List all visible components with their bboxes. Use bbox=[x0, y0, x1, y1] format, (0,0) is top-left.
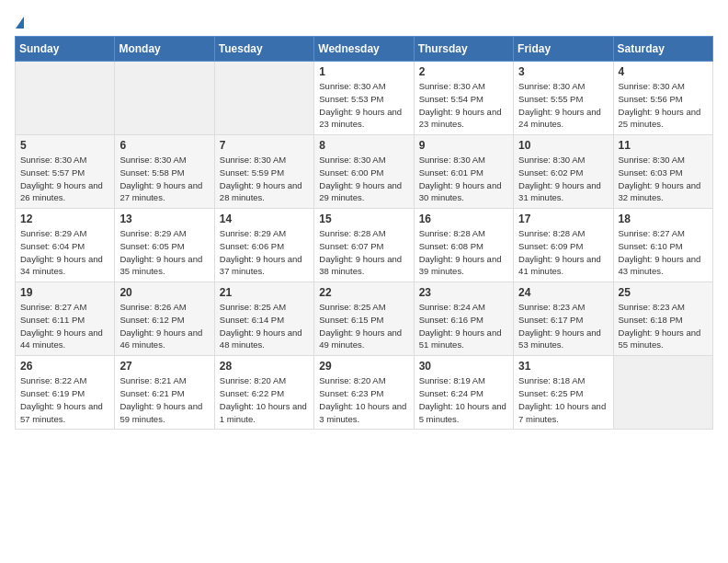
calendar-cell: 17Sunrise: 8:28 AM Sunset: 6:09 PM Dayli… bbox=[514, 209, 613, 282]
day-number: 11 bbox=[619, 139, 708, 152]
day-info: Sunrise: 8:29 AM Sunset: 6:06 PM Dayligh… bbox=[220, 227, 309, 278]
day-number: 17 bbox=[518, 213, 608, 225]
calendar-header-row: SundayMondayTuesdayWednesdayThursdayFrid… bbox=[16, 37, 713, 62]
day-number: 12 bbox=[20, 213, 109, 225]
day-info: Sunrise: 8:28 AM Sunset: 6:07 PM Dayligh… bbox=[319, 227, 408, 278]
day-number: 26 bbox=[20, 360, 109, 373]
calendar-header-saturday: Saturday bbox=[613, 37, 712, 62]
calendar-cell: 2Sunrise: 8:30 AM Sunset: 5:54 PM Daylig… bbox=[414, 62, 513, 135]
calendar-cell bbox=[115, 62, 214, 135]
calendar-cell: 30Sunrise: 8:19 AM Sunset: 6:24 PM Dayli… bbox=[414, 356, 513, 430]
calendar-cell: 19Sunrise: 8:27 AM Sunset: 6:11 PM Dayli… bbox=[16, 282, 115, 356]
day-info: Sunrise: 8:28 AM Sunset: 6:09 PM Dayligh… bbox=[518, 227, 608, 278]
day-info: Sunrise: 8:30 AM Sunset: 5:58 PM Dayligh… bbox=[119, 154, 209, 204]
day-info: Sunrise: 8:30 AM Sunset: 6:02 PM Dayligh… bbox=[518, 154, 608, 204]
day-number: 3 bbox=[518, 65, 608, 78]
calendar-header-thursday: Thursday bbox=[414, 37, 513, 62]
calendar-cell: 12Sunrise: 8:29 AM Sunset: 6:04 PM Dayli… bbox=[16, 209, 115, 282]
day-number: 18 bbox=[619, 213, 708, 225]
calendar-header-wednesday: Wednesday bbox=[314, 37, 414, 62]
day-number: 6 bbox=[119, 139, 209, 152]
calendar-cell: 13Sunrise: 8:29 AM Sunset: 6:05 PM Dayli… bbox=[115, 209, 214, 282]
calendar-cell: 3Sunrise: 8:30 AM Sunset: 5:55 PM Daylig… bbox=[514, 62, 613, 135]
calendar-cell: 28Sunrise: 8:20 AM Sunset: 6:22 PM Dayli… bbox=[214, 356, 313, 430]
calendar-cell: 23Sunrise: 8:24 AM Sunset: 6:16 PM Dayli… bbox=[414, 282, 513, 356]
day-number: 31 bbox=[518, 360, 608, 373]
calendar-header-sunday: Sunday bbox=[16, 37, 115, 62]
logo-triangle-icon bbox=[16, 17, 24, 29]
calendar-week-row: 1Sunrise: 8:30 AM Sunset: 5:53 PM Daylig… bbox=[16, 62, 713, 135]
calendar-week-row: 12Sunrise: 8:29 AM Sunset: 6:04 PM Dayli… bbox=[16, 209, 713, 282]
day-number: 19 bbox=[20, 286, 109, 299]
calendar-cell: 14Sunrise: 8:29 AM Sunset: 6:06 PM Dayli… bbox=[214, 209, 313, 282]
day-info: Sunrise: 8:29 AM Sunset: 6:05 PM Dayligh… bbox=[119, 227, 209, 278]
calendar-cell: 15Sunrise: 8:28 AM Sunset: 6:07 PM Dayli… bbox=[314, 209, 414, 282]
calendar-week-row: 26Sunrise: 8:22 AM Sunset: 6:19 PM Dayli… bbox=[16, 356, 713, 430]
day-info: Sunrise: 8:25 AM Sunset: 6:14 PM Dayligh… bbox=[220, 301, 309, 351]
day-number: 29 bbox=[319, 360, 408, 373]
day-number: 15 bbox=[319, 213, 408, 225]
calendar-cell: 6Sunrise: 8:30 AM Sunset: 5:58 PM Daylig… bbox=[115, 135, 214, 209]
day-info: Sunrise: 8:30 AM Sunset: 6:00 PM Dayligh… bbox=[319, 154, 408, 204]
calendar-cell: 11Sunrise: 8:30 AM Sunset: 6:03 PM Dayli… bbox=[613, 135, 712, 209]
day-info: Sunrise: 8:23 AM Sunset: 6:18 PM Dayligh… bbox=[619, 301, 708, 351]
day-number: 22 bbox=[319, 286, 408, 299]
calendar-cell: 10Sunrise: 8:30 AM Sunset: 6:02 PM Dayli… bbox=[514, 135, 613, 209]
day-info: Sunrise: 8:27 AM Sunset: 6:10 PM Dayligh… bbox=[619, 227, 708, 278]
day-info: Sunrise: 8:23 AM Sunset: 6:17 PM Dayligh… bbox=[518, 301, 608, 351]
day-number: 5 bbox=[20, 139, 109, 152]
calendar-cell: 24Sunrise: 8:23 AM Sunset: 6:17 PM Dayli… bbox=[514, 282, 613, 356]
day-number: 2 bbox=[419, 65, 508, 78]
day-info: Sunrise: 8:27 AM Sunset: 6:11 PM Dayligh… bbox=[20, 301, 109, 351]
day-info: Sunrise: 8:20 AM Sunset: 6:23 PM Dayligh… bbox=[319, 374, 408, 425]
day-info: Sunrise: 8:30 AM Sunset: 5:53 PM Dayligh… bbox=[319, 80, 408, 131]
calendar-cell: 4Sunrise: 8:30 AM Sunset: 5:56 PM Daylig… bbox=[613, 62, 712, 135]
calendar-cell: 26Sunrise: 8:22 AM Sunset: 6:19 PM Dayli… bbox=[16, 356, 115, 430]
day-number: 28 bbox=[220, 360, 309, 373]
calendar-cell: 31Sunrise: 8:18 AM Sunset: 6:25 PM Dayli… bbox=[514, 356, 613, 430]
calendar-week-row: 19Sunrise: 8:27 AM Sunset: 6:11 PM Dayli… bbox=[16, 282, 713, 356]
day-info: Sunrise: 8:18 AM Sunset: 6:25 PM Dayligh… bbox=[518, 374, 608, 425]
day-info: Sunrise: 8:19 AM Sunset: 6:24 PM Dayligh… bbox=[419, 374, 508, 425]
calendar-table: SundayMondayTuesdayWednesdayThursdayFrid… bbox=[15, 36, 713, 430]
calendar-cell: 18Sunrise: 8:27 AM Sunset: 6:10 PM Dayli… bbox=[613, 209, 712, 282]
logo bbox=[15, 15, 24, 27]
day-info: Sunrise: 8:30 AM Sunset: 5:54 PM Dayligh… bbox=[419, 80, 508, 131]
day-info: Sunrise: 8:30 AM Sunset: 5:59 PM Dayligh… bbox=[220, 154, 309, 204]
day-info: Sunrise: 8:30 AM Sunset: 5:57 PM Dayligh… bbox=[20, 154, 109, 204]
day-number: 21 bbox=[220, 286, 309, 299]
calendar-cell bbox=[613, 356, 712, 430]
day-info: Sunrise: 8:30 AM Sunset: 6:01 PM Dayligh… bbox=[419, 154, 508, 204]
day-info: Sunrise: 8:30 AM Sunset: 5:56 PM Dayligh… bbox=[619, 80, 708, 131]
calendar-week-row: 5Sunrise: 8:30 AM Sunset: 5:57 PM Daylig… bbox=[16, 135, 713, 209]
day-info: Sunrise: 8:26 AM Sunset: 6:12 PM Dayligh… bbox=[119, 301, 209, 351]
day-number: 10 bbox=[518, 139, 608, 152]
day-number: 4 bbox=[619, 65, 708, 78]
calendar-cell: 9Sunrise: 8:30 AM Sunset: 6:01 PM Daylig… bbox=[414, 135, 513, 209]
day-number: 9 bbox=[419, 139, 508, 152]
calendar-header-tuesday: Tuesday bbox=[214, 37, 313, 62]
day-info: Sunrise: 8:22 AM Sunset: 6:19 PM Dayligh… bbox=[20, 374, 109, 425]
day-info: Sunrise: 8:30 AM Sunset: 6:03 PM Dayligh… bbox=[619, 154, 708, 204]
calendar-cell: 5Sunrise: 8:30 AM Sunset: 5:57 PM Daylig… bbox=[16, 135, 115, 209]
day-number: 23 bbox=[419, 286, 508, 299]
calendar-header-friday: Friday bbox=[514, 37, 613, 62]
day-number: 25 bbox=[619, 286, 708, 299]
day-info: Sunrise: 8:24 AM Sunset: 6:16 PM Dayligh… bbox=[419, 301, 508, 351]
calendar-cell: 29Sunrise: 8:20 AM Sunset: 6:23 PM Dayli… bbox=[314, 356, 414, 430]
day-info: Sunrise: 8:25 AM Sunset: 6:15 PM Dayligh… bbox=[319, 301, 408, 351]
day-number: 13 bbox=[119, 213, 209, 225]
day-info: Sunrise: 8:28 AM Sunset: 6:08 PM Dayligh… bbox=[419, 227, 508, 278]
day-number: 30 bbox=[419, 360, 508, 373]
calendar-cell bbox=[214, 62, 313, 135]
day-number: 24 bbox=[518, 286, 608, 299]
day-info: Sunrise: 8:21 AM Sunset: 6:21 PM Dayligh… bbox=[119, 374, 209, 425]
calendar-cell bbox=[16, 62, 115, 135]
day-info: Sunrise: 8:20 AM Sunset: 6:22 PM Dayligh… bbox=[220, 374, 309, 425]
calendar-cell: 7Sunrise: 8:30 AM Sunset: 5:59 PM Daylig… bbox=[214, 135, 313, 209]
calendar-cell: 21Sunrise: 8:25 AM Sunset: 6:14 PM Dayli… bbox=[214, 282, 313, 356]
day-number: 7 bbox=[220, 139, 309, 152]
day-number: 14 bbox=[220, 213, 309, 225]
day-number: 27 bbox=[119, 360, 209, 373]
calendar-header-monday: Monday bbox=[115, 37, 214, 62]
